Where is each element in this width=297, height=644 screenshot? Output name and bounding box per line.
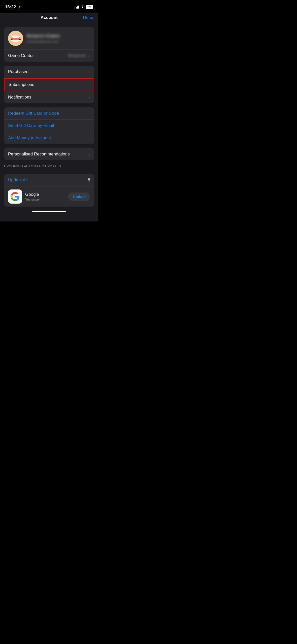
profile-row[interactable]: Benjamin Khalesi b.khalesi@icloud.com	[4, 27, 94, 50]
notifications-label: Notifications	[8, 95, 31, 100]
upcoming-updates-section: Update All 8 Google Yesterday Update	[4, 174, 94, 207]
redeem-gift-card-label: Redeem Gift Card or Code	[8, 111, 59, 116]
chevron-icon: ›	[88, 83, 90, 87]
personalised-recommendations-section: Personalised Recommendations ›	[4, 148, 94, 160]
main-content: Account Done	[0, 13, 98, 221]
gift-card-section: Redeem Gift Card or Code Send Gift Card …	[4, 107, 94, 144]
chevron-icon: ›	[89, 70, 90, 74]
profile-info: Benjamin Khalesi b.khalesi@icloud.com	[27, 34, 90, 43]
subscriptions-label: Subscriptions	[9, 82, 34, 87]
profile-name: Benjamin Khalesi	[27, 34, 90, 39]
chevron-icon: ›	[89, 95, 90, 100]
google-app-name: Google	[25, 192, 68, 197]
time-display: 16:22	[5, 5, 16, 10]
location-icon	[17, 5, 21, 9]
send-gift-card-row[interactable]: Send Gift Card by Email	[4, 120, 94, 132]
update-count: 8	[88, 178, 90, 183]
chevron-icon: ›	[89, 152, 90, 156]
battery-level: 79	[88, 6, 91, 9]
game-center-label: Game Center	[8, 53, 34, 58]
personalised-recommendations-row[interactable]: Personalised Recommendations ›	[4, 148, 94, 160]
status-time: 16:22	[5, 5, 20, 10]
purchased-right: ›	[87, 70, 90, 74]
google-app-info: Google Yesterday	[25, 192, 68, 201]
send-gift-card-label: Send Gift Card by Email	[8, 123, 54, 128]
google-update-button[interactable]: Update	[68, 192, 90, 201]
home-indicator	[32, 211, 66, 212]
update-all-label: Update All	[8, 178, 28, 183]
game-center-right: Benjamin ›	[68, 53, 90, 58]
svg-point-5	[12, 36, 20, 38]
profile-section: Benjamin Khalesi b.khalesi@icloud.com Ga…	[4, 27, 94, 62]
update-all-row[interactable]: Update All 8	[4, 174, 94, 186]
nav-bar: Account Done	[0, 13, 98, 23]
wifi-icon	[81, 5, 85, 9]
personalised-recommendations-label: Personalised Recommendations	[8, 152, 70, 157]
battery-icon: 79	[86, 5, 93, 9]
profile-email: b.khalesi@icloud.com	[27, 40, 90, 43]
redeem-gift-card-row[interactable]: Redeem Gift Card or Code	[4, 107, 94, 120]
page-title: Account	[41, 15, 58, 20]
add-money-row[interactable]: Add Money to Account	[4, 132, 94, 144]
subscriptions-row[interactable]: Subscriptions ›	[4, 78, 94, 91]
notifications-row[interactable]: Notifications ›	[4, 91, 94, 103]
done-button[interactable]: Done	[83, 15, 93, 20]
upcoming-updates-label: UPCOMING AUTOMATIC UPDATES	[0, 160, 98, 170]
signal-icon	[75, 6, 79, 9]
purchased-label: Purchased	[8, 69, 28, 74]
google-app-date: Yesterday	[25, 198, 68, 201]
game-center-value: Benjamin	[68, 53, 86, 58]
status-icons: 79	[75, 5, 93, 9]
personalised-recommendations-right: ›	[87, 152, 90, 156]
add-money-label: Add Money to Account	[8, 136, 51, 141]
avatar	[8, 31, 23, 46]
chevron-icon: ›	[89, 54, 90, 58]
status-bar: 16:22 79	[0, 0, 98, 13]
game-center-row[interactable]: Game Center Benjamin ›	[4, 50, 94, 62]
google-app-icon	[8, 189, 22, 204]
menu-section: Purchased › Subscriptions › Notification…	[4, 66, 94, 103]
subscriptions-container: Subscriptions ›	[4, 78, 94, 91]
notifications-right: ›	[87, 95, 90, 100]
purchased-row[interactable]: Purchased ›	[4, 66, 94, 78]
google-update-row: Google Yesterday Update	[4, 186, 94, 207]
